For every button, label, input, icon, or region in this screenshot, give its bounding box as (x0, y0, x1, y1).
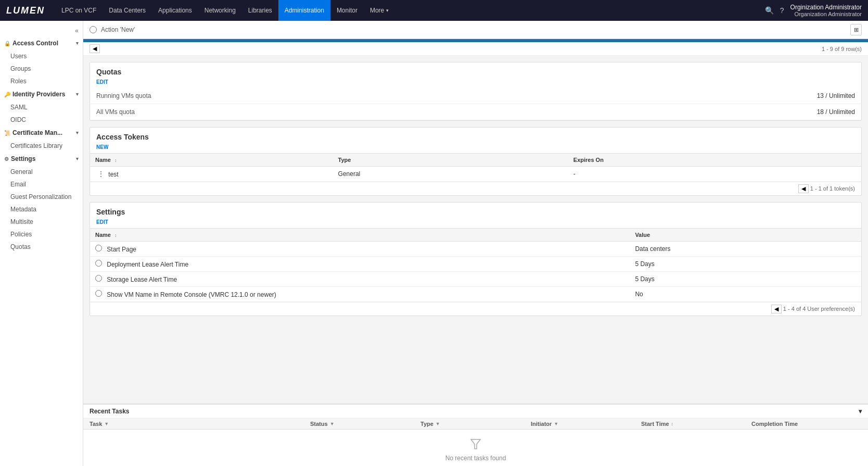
certificate-icon: 📜 (4, 130, 10, 136)
help-icon[interactable]: ? (780, 6, 784, 15)
table-row: Deployment Lease Alert Time 5 Days (90, 257, 861, 272)
settings-row-name-cell: Storage Lease Alert Time (90, 272, 630, 287)
search-icon[interactable]: 🔍 (765, 6, 774, 15)
action-radio[interactable] (90, 26, 97, 33)
action-bar: Action 'New' ⊞ (83, 21, 868, 39)
settings-section: Settings EDIT Name ↕ Value (90, 202, 862, 316)
nav-more[interactable]: More ▾ (364, 0, 395, 21)
settings-value-1: Data centers (630, 242, 861, 257)
sidebar-item-general[interactable]: General (0, 166, 83, 178)
settings-table: Name ↕ Value (90, 228, 861, 302)
settings-label: Settings (11, 155, 35, 162)
access-tokens-footer: ◀ 1 - 1 of 1 token(s) (90, 182, 861, 195)
sidebar-item-metadata[interactable]: Metadata (0, 203, 83, 216)
access-control-icon: 🔒 (4, 41, 10, 46)
quota-running-vms-value: 13 / Unlimited (817, 92, 855, 99)
sidebar-item-oidc[interactable]: OIDC (0, 114, 83, 126)
settings-value-3: 5 Days (630, 272, 861, 287)
col-settings-value: Value (630, 229, 861, 242)
tasks-col-task[interactable]: Task ▼ (90, 421, 310, 427)
settings-row-radio-1[interactable] (95, 245, 102, 251)
table-row: Start Page Data centers (90, 242, 861, 257)
settings-row-radio-4[interactable] (95, 290, 102, 297)
tasks-col-start-time[interactable]: Start Time ↕ (641, 421, 751, 427)
sort-name-icon: ↕ (114, 158, 117, 163)
sidebar-section-identity-providers[interactable]: 🔑 Identity Providers ▾ (0, 87, 83, 101)
nav-items: LPC on VCF Data Centers Applications Net… (55, 0, 765, 21)
no-tasks-message: No recent tasks found (445, 455, 506, 462)
sidebar-item-multisite[interactable]: Multisite (0, 216, 83, 228)
sidebar-item-certificates-library[interactable]: Certificates Library (0, 140, 83, 152)
access-tokens-new-link[interactable]: NEW (90, 143, 114, 153)
sidebar-item-roles[interactable]: Roles (0, 75, 83, 87)
sidebar-section-access-control[interactable]: 🔒 Access Control ▾ (0, 36, 83, 50)
sidebar-item-email[interactable]: Email (0, 178, 83, 191)
sidebar-item-policies[interactable]: Policies (0, 228, 83, 241)
pagination-row: ◀ 1 - 9 of 9 row(s) (83, 42, 868, 56)
tasks-col-type[interactable]: Type ▼ (420, 421, 531, 427)
settings-row-radio-2[interactable] (95, 260, 102, 267)
settings-footer: ◀ 1 - 4 of 4 User preference(s) (90, 302, 861, 316)
table-row: Storage Lease Alert Time 5 Days (90, 272, 861, 287)
user-info: Orginization Administrator Organization … (790, 4, 862, 17)
quotas-edit-link[interactable]: EDIT (90, 78, 861, 88)
access-tokens-section: Access Tokens NEW Name ↕ Type (90, 127, 862, 196)
sidebar-item-groups[interactable]: Groups (0, 62, 83, 75)
settings-value-2: 5 Days (630, 257, 861, 272)
tasks-col-status[interactable]: Status ▼ (310, 421, 420, 427)
col-token-expires: Expires On (568, 154, 861, 167)
col-token-name[interactable]: Name ↕ (90, 154, 333, 167)
settings-chevron: ▾ (76, 156, 79, 161)
sidebar-section-certificate-man[interactable]: 📜 Certificate Man... ▾ (0, 126, 83, 140)
tasks-columns: Task ▼ Status ▼ Type ▼ Initiator ▼ Start… (83, 419, 868, 430)
pagination-prev[interactable]: ◀ (90, 44, 100, 53)
quota-running-vms-label: Running VMs quota (96, 92, 817, 99)
tokens-footer-nav[interactable]: ◀ (798, 184, 809, 193)
access-control-chevron: ▾ (76, 41, 79, 46)
svg-marker-0 (471, 439, 480, 449)
sidebar-item-guest-personalization[interactable]: Guest Personalization (0, 191, 83, 203)
settings-row-radio-3[interactable] (95, 275, 102, 282)
sidebar-section-settings[interactable]: ⚙ Settings ▾ (0, 152, 83, 166)
nav-monitor[interactable]: Monitor (330, 0, 364, 21)
user-role: Organization Administrator (790, 11, 862, 17)
sidebar-item-quotas[interactable]: Quotas (0, 241, 83, 253)
settings-edit-link[interactable]: EDIT (90, 218, 861, 228)
nav-applications[interactable]: Applications (152, 0, 198, 21)
token-expires: - (568, 167, 861, 182)
certificate-chevron: ▾ (76, 130, 79, 135)
token-type: General (333, 167, 568, 182)
token-row-menu-button[interactable]: ⋮ (95, 170, 107, 178)
tasks-col-completion-time[interactable]: Completion Time (751, 421, 862, 427)
content-scroll: Action 'New' ⊞ ◀ 1 - 9 of 9 row(s) Quota… (83, 21, 868, 404)
nav-administration[interactable]: Administration (278, 0, 330, 21)
nav-data-centers[interactable]: Data Centers (103, 0, 152, 21)
nav-lpc-on-vcf[interactable]: LPC on VCF (55, 0, 103, 21)
top-navigation: LUMEN LPC on VCF Data Centers Applicatio… (0, 0, 868, 21)
nav-more-chevron: ▾ (386, 8, 389, 13)
token-name: test (108, 171, 118, 178)
recent-tasks-header: Recent Tasks ▾ (83, 405, 868, 419)
identity-providers-label: Identity Providers (12, 91, 65, 98)
identity-providers-icon: 🔑 (4, 92, 10, 97)
settings-name-4: Show VM Name in Remote Console (VMRC 12.… (107, 291, 276, 298)
token-row-menu-cell: ⋮ test (90, 167, 333, 182)
pagination-info: 1 - 9 of 9 row(s) (822, 46, 862, 52)
sidebar-item-users[interactable]: Users (0, 50, 83, 62)
action-expand-button[interactable]: ⊞ (850, 24, 862, 35)
access-tokens-table: Name ↕ Type Expires On (90, 153, 861, 182)
nav-networking[interactable]: Networking (198, 0, 242, 21)
settings-footer-nav[interactable]: ◀ (771, 305, 782, 313)
sidebar-collapse-button[interactable]: « (0, 25, 83, 36)
no-tasks-funnel-icon (469, 438, 482, 450)
quota-row-running-vms: Running VMs quota 13 / Unlimited (90, 88, 861, 104)
no-tasks-container: No recent tasks found (83, 430, 868, 466)
status-filter-icon: ▼ (330, 421, 335, 426)
sidebar-item-saml[interactable]: SAML (0, 101, 83, 114)
action-label: Action 'New' (101, 26, 135, 33)
col-settings-name[interactable]: Name ↕ (90, 229, 630, 242)
initiator-filter-icon: ▼ (554, 421, 558, 426)
recent-tasks-collapse-icon[interactable]: ▾ (859, 408, 862, 415)
nav-libraries[interactable]: Libraries (242, 0, 278, 21)
tasks-col-initiator[interactable]: Initiator ▼ (531, 421, 641, 427)
